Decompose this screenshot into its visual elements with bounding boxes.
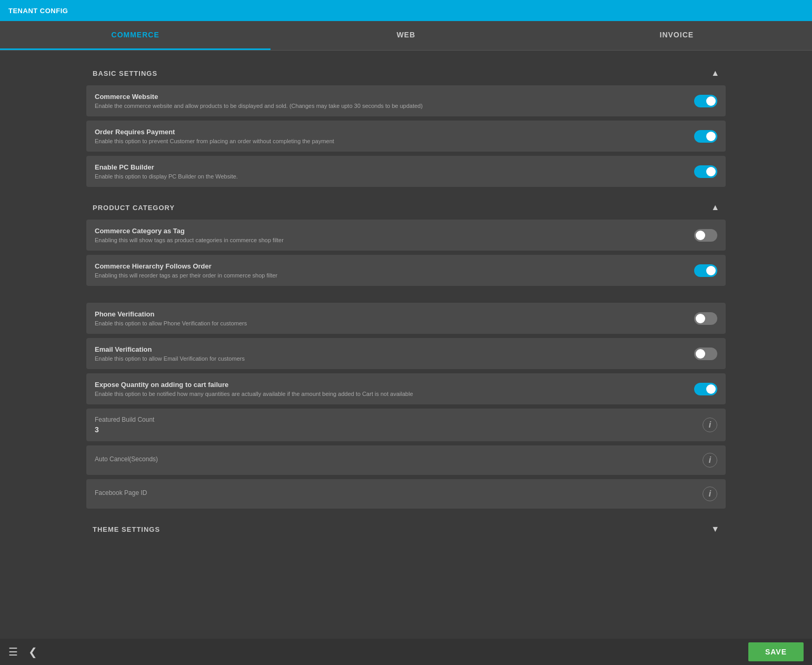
chevron-down-icon: ▼ (711, 524, 719, 534)
tab-web[interactable]: WEB (270, 21, 541, 50)
commerce-website-toggle[interactable] (694, 95, 717, 107)
info-row-facebook-page-id: Facebook Page ID i (86, 479, 726, 509)
product-category-body: Commerce Category as Tag Enabling this w… (84, 220, 728, 286)
section-basic-settings: BASIC SETTINGS ▲ Commerce Website Enable… (84, 61, 728, 187)
settings-container: BASIC SETTINGS ▲ Commerce Website Enable… (84, 51, 728, 639)
auto-cancel-info-icon[interactable]: i (703, 453, 717, 468)
commerce-website-label: Commerce Website (95, 93, 686, 101)
featured-build-count-info-icon[interactable]: i (703, 418, 717, 432)
commerce-website-desc: Enable the commerce website and allow pr… (95, 103, 686, 109)
tab-commerce[interactable]: COMMERCE (0, 21, 270, 50)
facebook-page-id-info-icon[interactable]: i (703, 487, 717, 501)
facebook-page-id-label: Facebook Page ID (95, 489, 703, 497)
commerce-hierarchy-toggle[interactable] (694, 264, 717, 277)
expose-quantity-slider (694, 383, 717, 395)
theme-settings-title: THEME SETTINGS (93, 525, 160, 533)
featured-build-count-value: 3 (95, 425, 703, 434)
hamburger-icon[interactable]: ☰ (8, 646, 18, 658)
section-theme-settings-header[interactable]: THEME SETTINGS ▼ (84, 517, 728, 541)
top-bar: TENANT CONFIG (0, 0, 812, 21)
setting-commerce-website: Commerce Website Enable the commerce web… (86, 85, 726, 116)
basic-settings-body: Commerce Website Enable the commerce web… (84, 85, 728, 187)
phone-verification-label: Phone Verification (95, 310, 686, 318)
chevron-up-icon: ▲ (711, 68, 719, 78)
tab-bar: COMMERCE WEB INVOICE (0, 21, 812, 51)
product-category-title: PRODUCT CATEGORY (93, 204, 175, 212)
email-verification-label: Email Verification (95, 345, 686, 353)
commerce-category-as-tag-label: Commerce Category as Tag (95, 227, 686, 235)
main-content: BASIC SETTINGS ▲ Commerce Website Enable… (0, 51, 812, 639)
order-requires-payment-desc: Enable this option to prevent Customer f… (95, 138, 686, 144)
setting-expose-quantity: Expose Quantity on adding to cart failur… (86, 373, 726, 404)
email-verification-desc: Enable this option to allow Email Verifi… (95, 355, 686, 362)
bottom-bar: ☰ ❮ SAVE (0, 639, 812, 665)
setting-email-verification: Email Verification Enable this option to… (86, 338, 726, 369)
commerce-category-as-tag-desc: Enabling this will show tags as product … (95, 237, 686, 243)
setting-phone-verification: Phone Verification Enable this option to… (86, 303, 726, 334)
info-row-featured-build-count: Featured Build Count 3 i (86, 409, 726, 441)
commerce-hierarchy-desc: Enabling this will reorder tags as per t… (95, 272, 686, 279)
commerce-hierarchy-label: Commerce Hierarchy Follows Order (95, 262, 686, 270)
basic-settings-title: BASIC SETTINGS (93, 70, 157, 77)
order-requires-payment-label: Order Requires Payment (95, 128, 686, 136)
email-verification-slider (694, 348, 717, 360)
tab-invoice[interactable]: INVOICE (542, 21, 812, 50)
commerce-hierarchy-slider (694, 264, 717, 277)
commerce-category-as-tag-toggle[interactable] (694, 229, 717, 242)
enable-pc-builder-slider (694, 165, 717, 178)
featured-build-count-label: Featured Build Count (95, 416, 703, 423)
commerce-category-as-tag-slider (694, 229, 717, 242)
expose-quantity-label: Expose Quantity on adding to cart failur… (95, 381, 686, 389)
expose-quantity-desc: Enable this option to be notified how ma… (95, 391, 686, 397)
back-icon[interactable]: ❮ (28, 646, 37, 658)
phone-verification-desc: Enable this option to allow Phone Verifi… (95, 320, 686, 326)
chevron-up-icon-2: ▲ (711, 203, 719, 212)
section-theme-settings: THEME SETTINGS ▼ (84, 517, 728, 541)
setting-enable-pc-builder: Enable PC Builder Enable this option to … (86, 156, 726, 187)
enable-pc-builder-desc: Enable this option to display PC Builder… (95, 173, 686, 180)
email-verification-toggle[interactable] (694, 348, 717, 360)
setting-commerce-hierarchy: Commerce Hierarchy Follows Order Enablin… (86, 255, 726, 286)
auto-cancel-label: Auto Cancel(Seconds) (95, 455, 703, 463)
section-basic-settings-header[interactable]: BASIC SETTINGS ▲ (84, 61, 728, 85)
commerce-website-slider (694, 95, 717, 107)
enable-pc-builder-label: Enable PC Builder (95, 163, 686, 171)
expose-quantity-toggle[interactable] (694, 383, 717, 395)
order-requires-payment-slider (694, 130, 717, 143)
info-row-auto-cancel: Auto Cancel(Seconds) i (86, 445, 726, 475)
section-misc: Phone Verification Enable this option to… (84, 294, 728, 509)
section-product-category: PRODUCT CATEGORY ▲ Commerce Category as … (84, 195, 728, 286)
phone-verification-slider (694, 312, 717, 325)
phone-verification-toggle[interactable] (694, 312, 717, 325)
setting-commerce-category-as-tag: Commerce Category as Tag Enabling this w… (86, 220, 726, 251)
save-button[interactable]: SAVE (748, 642, 804, 661)
section-product-category-header[interactable]: PRODUCT CATEGORY ▲ (84, 195, 728, 220)
setting-order-requires-payment: Order Requires Payment Enable this optio… (86, 121, 726, 152)
enable-pc-builder-toggle[interactable] (694, 165, 717, 178)
order-requires-payment-toggle[interactable] (694, 130, 717, 143)
misc-body: Phone Verification Enable this option to… (84, 294, 728, 509)
app-title: TENANT CONFIG (8, 7, 68, 15)
